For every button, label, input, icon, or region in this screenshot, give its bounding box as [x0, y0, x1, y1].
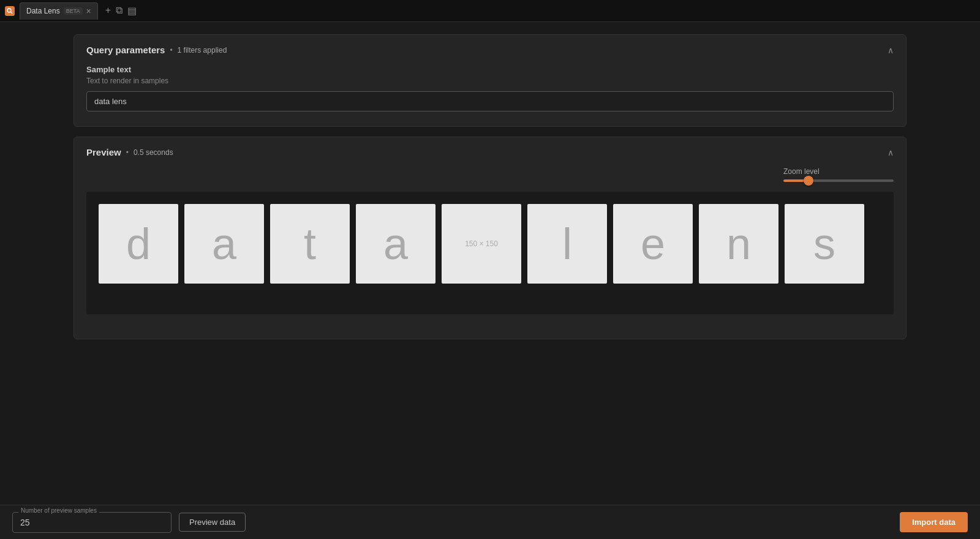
tile-char-e: e	[641, 222, 665, 266]
svg-point-0	[7, 9, 11, 12]
tile-char-a1: a	[212, 222, 236, 266]
filters-applied-badge: 1 filters applied	[178, 46, 227, 55]
query-parameters-chevron[interactable]: ∧	[888, 45, 894, 55]
query-parameters-body: Sample text Text to render in samples	[74, 65, 906, 126]
data-lens-tab[interactable]: Data Lens BETA ×	[20, 2, 98, 20]
tile-size: 150 × 150	[442, 204, 521, 284]
query-parameters-title: Query parameters	[86, 45, 165, 55]
query-parameters-dot: •	[170, 46, 172, 55]
zoom-level-label: Zoom level	[783, 167, 820, 176]
section-header-left: Query parameters • 1 filters applied	[86, 45, 227, 55]
sample-text-hint: Text to render in samples	[86, 77, 894, 85]
preview-chevron[interactable]: ∧	[888, 148, 894, 157]
tile-char-n: n	[726, 222, 751, 266]
tile-l: l	[527, 204, 607, 284]
add-tab-button[interactable]: +	[105, 5, 111, 17]
tile-char-t: t	[304, 222, 316, 266]
tab-beta-badge: BETA	[64, 7, 83, 15]
zoom-slider[interactable]	[783, 179, 894, 182]
split-view-button[interactable]: ⧉	[116, 5, 123, 17]
tile-a2: a	[356, 204, 435, 284]
samples-input[interactable]	[12, 512, 172, 533]
layout-button[interactable]: ▤	[127, 5, 137, 17]
samples-field: Number of preview samples	[12, 512, 172, 533]
tile-char-s: s	[813, 222, 835, 266]
sample-text-input[interactable]	[86, 91, 894, 111]
preview-title: Preview	[86, 147, 121, 157]
svg-line-1	[11, 12, 13, 13]
preview-data-button[interactable]: Preview data	[179, 513, 246, 532]
preview-header[interactable]: Preview • 0.5 seconds ∧	[74, 137, 906, 167]
main-content: Query parameters • 1 filters applied ∧ S…	[0, 22, 980, 505]
tile-t: t	[270, 204, 350, 284]
samples-field-label: Number of preview samples	[18, 507, 99, 514]
tab-close-button[interactable]: ×	[86, 7, 91, 15]
tab-title: Data Lens	[26, 7, 60, 15]
preview-canvas: d a t a 150 × 150	[86, 192, 894, 314]
tile-size-label: 150 × 150	[465, 239, 498, 248]
tile-char-d: d	[126, 222, 151, 266]
preview-header-left: Preview • 0.5 seconds	[86, 147, 173, 157]
zoom-control: Zoom level	[783, 167, 894, 182]
tile-e: e	[613, 204, 693, 284]
preview-dot: •	[126, 148, 129, 157]
zoom-row: Zoom level	[86, 167, 894, 182]
tile-a1: a	[184, 204, 264, 284]
tab-bar-actions: + ⧉ ▤	[105, 5, 137, 17]
sample-text-label: Sample text	[86, 65, 894, 74]
preview-section: Preview • 0.5 seconds ∧ Zoom level d	[74, 137, 907, 339]
tile-char-a2: a	[383, 222, 408, 266]
tile-n: n	[699, 204, 778, 284]
tiles-row: d a t a 150 × 150	[99, 204, 881, 286]
query-parameters-header[interactable]: Query parameters • 1 filters applied ∧	[74, 35, 906, 65]
bottom-bar: Number of preview samples Preview data I…	[0, 505, 980, 539]
tab-bar: Data Lens BETA × + ⧉ ▤	[0, 0, 980, 22]
import-data-button[interactable]: Import data	[900, 512, 968, 532]
tile-d: d	[99, 204, 178, 284]
preview-body: Zoom level d a t	[74, 167, 906, 339]
data-lens-icon	[5, 6, 15, 16]
tile-char-l: l	[562, 222, 572, 266]
query-parameters-section: Query parameters • 1 filters applied ∧ S…	[74, 34, 907, 127]
tile-s: s	[785, 204, 864, 284]
preview-timing: 0.5 seconds	[134, 148, 173, 157]
